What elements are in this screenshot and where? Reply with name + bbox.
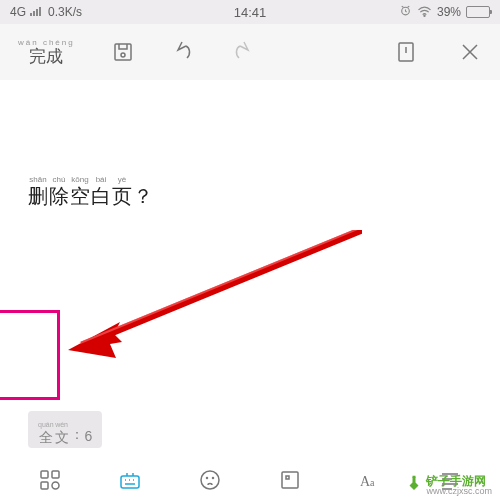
close-button[interactable] <box>458 40 482 64</box>
network-type: 4G <box>10 5 26 19</box>
bottom-toolbar: Aa <box>0 458 500 500</box>
insert-button[interactable] <box>278 468 302 492</box>
templates-button[interactable] <box>38 468 62 492</box>
keyboard-icon <box>118 468 142 492</box>
page-icon <box>394 40 418 64</box>
status-right: 39% <box>399 4 490 20</box>
svg-rect-10 <box>41 471 48 478</box>
svg-rect-14 <box>121 476 139 488</box>
svg-point-17 <box>213 477 214 478</box>
svg-rect-3 <box>39 7 41 16</box>
done-label: 完成 <box>29 48 63 65</box>
char: bái白 <box>91 176 111 206</box>
question-tail: ？ <box>133 186 153 206</box>
editor-canvas[interactable]: shān删chú除kōng空bái白yè页？ quán全wén文：6 <box>0 80 500 458</box>
svg-text:a: a <box>370 477 375 488</box>
char: yè页 <box>112 176 132 206</box>
svg-point-15 <box>201 471 219 489</box>
svg-rect-19 <box>286 476 289 479</box>
editor-toolbar: wán chéng 完成 <box>0 24 500 80</box>
font-icon: Aa <box>358 468 382 492</box>
alarm-icon <box>399 4 412 20</box>
svg-point-13 <box>52 482 59 489</box>
svg-rect-0 <box>30 13 32 16</box>
grid-icon <box>38 468 62 492</box>
status-time: 14:41 <box>234 5 267 20</box>
undo-icon <box>171 40 195 64</box>
page-button[interactable] <box>394 40 418 64</box>
font-button[interactable]: Aa <box>358 468 382 492</box>
annotation-arrow <box>62 230 362 394</box>
save-button[interactable] <box>111 40 135 64</box>
svg-point-16 <box>207 477 208 478</box>
network-speed: 0.3K/s <box>48 5 82 19</box>
quanwen-count: 6 <box>85 428 93 444</box>
close-icon <box>458 40 482 64</box>
char: kōng空 <box>70 176 90 206</box>
svg-point-7 <box>121 53 125 57</box>
svg-rect-2 <box>36 9 38 16</box>
char: wén文 <box>55 421 69 444</box>
annotation-highlight-box <box>0 310 60 400</box>
redo-icon <box>231 40 255 64</box>
redo-button[interactable] <box>231 40 255 64</box>
svg-point-5 <box>424 15 425 16</box>
battery-pct: 39% <box>437 5 461 19</box>
keyboard-button[interactable] <box>118 468 142 492</box>
question-text: shān删chú除kōng空bái白yè页？ <box>28 176 153 206</box>
done-button[interactable]: wán chéng 完成 <box>18 39 75 65</box>
undo-button[interactable] <box>171 40 195 64</box>
char: quán全 <box>38 421 54 444</box>
face-icon <box>198 468 222 492</box>
wifi-icon <box>417 5 432 20</box>
svg-rect-11 <box>52 471 59 478</box>
align-button[interactable] <box>438 468 462 492</box>
done-pinyin: wán chéng <box>18 39 75 47</box>
svg-rect-12 <box>41 482 48 489</box>
align-icon <box>438 468 462 492</box>
battery-icon <box>466 6 490 18</box>
voice-button[interactable] <box>198 468 222 492</box>
save-icon <box>111 40 135 64</box>
rectangle-icon <box>278 468 302 492</box>
char: chú除 <box>49 176 69 206</box>
svg-rect-18 <box>282 472 298 488</box>
signal-icon <box>30 5 44 19</box>
quanwen-sep: ： <box>70 426 84 444</box>
svg-rect-1 <box>33 11 35 16</box>
status-left: 4G 0.3K/s <box>10 5 82 19</box>
char: shān删 <box>28 176 48 206</box>
word-count-chip[interactable]: quán全wén文：6 <box>28 411 102 448</box>
status-bar: 4G 0.3K/s 14:41 39% <box>0 0 500 24</box>
